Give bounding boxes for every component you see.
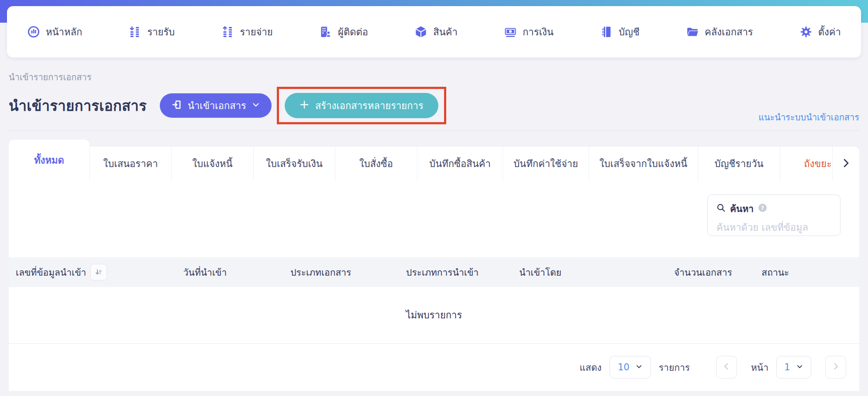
page-label: หน้า (751, 360, 768, 375)
dashboard-icon (27, 25, 40, 38)
empty-state-text: ไม่พบรายการ (9, 287, 859, 344)
nav-item-label: บัญชี (619, 24, 640, 40)
breadcrumb: นำเข้ารายการเอกสาร (9, 70, 859, 84)
pagination-bar: แสดง 10 รายการ หน้า 1 (9, 344, 859, 391)
products-icon (414, 25, 427, 38)
nav-item-label: รายรับ (147, 24, 175, 40)
nav-item-home[interactable]: หน้าหลัก (27, 24, 82, 40)
settings-icon (799, 25, 813, 38)
import-documents-button[interactable]: นำเข้าเอกสาร (160, 93, 272, 118)
tab-quotation[interactable]: ใบเสนอราคา (90, 146, 171, 181)
table-header-row: เลขที่ข้อมูลนำเข้า วันที่นำเข้า ประเภทเอ… (9, 257, 859, 287)
header-divider (9, 130, 859, 131)
tab-journal[interactable]: บัญชีรายวัน (698, 146, 780, 181)
page-size-select[interactable]: 10 (610, 356, 651, 379)
page-number-select[interactable]: 1 (776, 356, 811, 379)
tab-purchase-record[interactable]: บันทึกซื้อสินค้า (417, 146, 503, 181)
chevron-right-icon (831, 362, 840, 373)
contacts-icon (319, 25, 332, 38)
nav-item-products[interactable]: สินค้า (414, 24, 458, 40)
tab-purchase-order[interactable]: ใบสั่งซื้อ (335, 146, 417, 181)
tab-receipt[interactable]: ใบเสร็จรับเงิน (253, 146, 335, 181)
nav-item-label: รายจ่าย (240, 24, 273, 40)
tab-receipt-from-invoice[interactable]: ใบเสร็จจากใบแจ้งหนี้ (589, 146, 698, 181)
nav-item-finance[interactable]: การเงิน (504, 24, 554, 40)
column-header: วันที่นำเข้า (176, 265, 283, 280)
column-header: ประเภทการนำเข้า (399, 265, 512, 280)
column-header: สถานะ (754, 265, 859, 280)
tab-trash[interactable]: ถังขยะ (780, 146, 832, 181)
nav-item-settings[interactable]: ตั้งค่า (799, 24, 841, 40)
nav-item-income[interactable]: รายรับ (128, 24, 175, 40)
nav-item-label: หน้าหลัก (46, 24, 82, 40)
nav-item-accounting[interactable]: บัญชี (600, 24, 640, 40)
nav-item-contacts[interactable]: ผู้ติดต่อ (319, 24, 368, 40)
tabs-scroll-right-button[interactable] (832, 146, 859, 181)
tab-invoice[interactable]: ใบแจ้งหนี้ (171, 146, 253, 181)
import-button-label: นำเข้าเอกสาร (188, 98, 246, 113)
search-icon (716, 203, 726, 215)
page-content: นำเข้ารายการเอกสาร นำเข้ารายการเอกสาร นำ… (0, 70, 868, 391)
import-guide-link[interactable]: แนะนำระบบนำเข้าเอกสาร (758, 110, 859, 124)
unit-label: รายการ (659, 360, 690, 375)
chevron-right-icon (840, 157, 852, 171)
nav-item-documents[interactable]: คลังเอกสาร (686, 24, 753, 40)
main-navbar: หน้าหลัก รายรับ รายจ่าย ผู้ติดต่อ สินค้า… (7, 6, 861, 58)
income-icon (128, 25, 141, 38)
column-header: เลขที่ข้อมูลนำเข้า (16, 265, 86, 280)
nav-item-label: ตั้งค่า (818, 24, 841, 40)
list-panel: ค้นหา ? ค้นหาด้วย เลขที่ข้อมูล เลขที่ข้อ… (9, 181, 859, 391)
nav-item-label: การเงิน (523, 24, 554, 40)
nav-item-label: ผู้ติดต่อ (338, 24, 368, 40)
red-annotation-box: สร้างเอกสารหลายรายการ (277, 87, 446, 124)
accounting-icon (600, 25, 613, 38)
next-page-button[interactable] (825, 356, 846, 379)
column-header: นำเข้าโดย (512, 265, 667, 280)
chevron-down-icon (635, 362, 643, 372)
tab-all[interactable]: ทั้งหมด (9, 140, 90, 181)
documents-icon (686, 25, 699, 38)
chevron-left-icon (722, 362, 731, 373)
chevron-down-icon (251, 100, 260, 111)
document-type-tabs: ทั้งหมด ใบเสนอราคา ใบแจ้งหนี้ ใบเสร็จรับ… (9, 140, 859, 181)
page-size-value: 10 (618, 362, 630, 372)
search-placeholder: ค้นหาด้วย เลขที่ข้อมูล (716, 220, 831, 235)
show-label: แสดง (580, 360, 602, 375)
import-doc-icon (171, 99, 183, 113)
chevron-down-icon (796, 362, 803, 372)
create-multiple-documents-button[interactable]: สร้างเอกสารหลายรายการ (285, 93, 438, 118)
column-header: จำนวนเอกสาร (667, 265, 755, 280)
expense-icon (221, 25, 234, 38)
plus-icon (300, 100, 309, 112)
page-number-value: 1 (784, 362, 790, 372)
sort-icon[interactable] (90, 264, 107, 280)
svg-text:?: ? (761, 205, 764, 211)
previous-page-button[interactable] (716, 356, 737, 379)
finance-icon (504, 25, 517, 38)
help-icon[interactable]: ? (758, 203, 767, 215)
nav-item-label: สินค้า (433, 24, 458, 40)
search-label: ค้นหา (730, 201, 754, 216)
search-input[interactable]: ค้นหา ? ค้นหาด้วย เลขที่ข้อมูล (707, 195, 840, 236)
tab-expense-record[interactable]: บันทึกค่าใช้จ่าย (503, 146, 589, 181)
nav-item-label: คลังเอกสาร (705, 24, 753, 40)
create-button-label: สร้างเอกสารหลายรายการ (315, 98, 424, 113)
page-header: นำเข้ารายการเอกสาร นำเข้าเอกสาร สร้างเอก… (9, 86, 859, 125)
page-title: นำเข้ารายการเอกสาร (9, 94, 147, 117)
column-header: ประเภทเอกสาร (283, 265, 399, 280)
nav-item-expense[interactable]: รายจ่าย (221, 24, 273, 40)
